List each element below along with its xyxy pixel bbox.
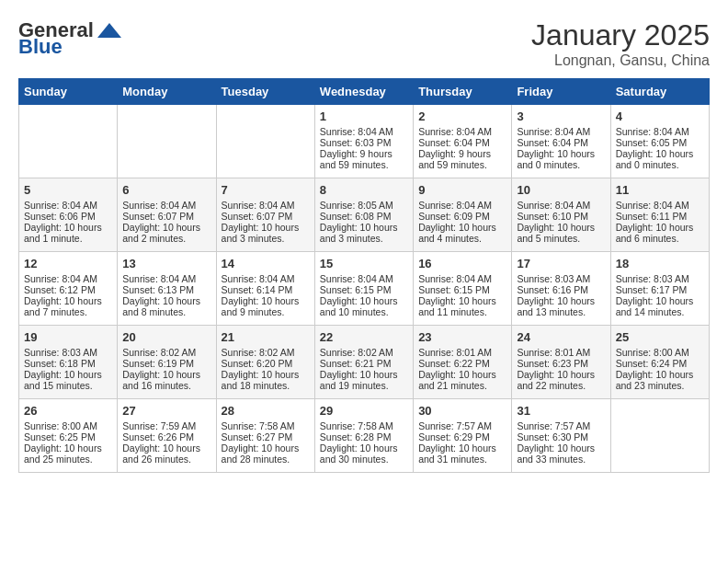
calendar-cell (19, 105, 118, 178)
calendar-cell: 10Sunrise: 8:04 AMSunset: 6:10 PMDayligh… (512, 178, 610, 252)
daylight-text: Daylight: 10 hours and 30 minutes. (320, 442, 408, 465)
daylight-text: Daylight: 10 hours and 11 minutes. (418, 295, 506, 317)
calendar-subtitle: Longnan, Gansu, China (531, 52, 710, 69)
daylight-text: Daylight: 10 hours and 8 minutes. (122, 295, 210, 317)
day-number: 23 (418, 330, 506, 344)
day-number: 26 (24, 404, 112, 418)
calendar-cell: 9Sunrise: 8:04 AMSunset: 6:09 PMDaylight… (414, 178, 512, 252)
calendar-cell: 22Sunrise: 8:02 AMSunset: 6:21 PMDayligh… (314, 326, 413, 399)
daylight-text: Daylight: 10 hours and 21 minutes. (418, 369, 506, 391)
daylight-text: Daylight: 10 hours and 9 minutes. (222, 295, 310, 317)
sunset-text: Sunset: 6:05 PM (616, 137, 704, 148)
day-number: 16 (418, 257, 506, 270)
sunrise-text: Sunrise: 8:04 AM (122, 273, 210, 284)
calendar-cell (216, 105, 314, 178)
sunrise-text: Sunrise: 8:04 AM (418, 273, 506, 284)
calendar-week-row: 5Sunrise: 8:04 AMSunset: 6:06 PMDaylight… (19, 178, 710, 252)
sunrise-text: Sunrise: 8:00 AM (24, 420, 112, 431)
sunrise-text: Sunrise: 8:04 AM (320, 273, 408, 284)
calendar-week-row: 19Sunrise: 8:03 AMSunset: 6:18 PMDayligh… (19, 326, 710, 399)
calendar-week-row: 1Sunrise: 8:04 AMSunset: 6:03 PMDaylight… (19, 105, 710, 178)
calendar-cell: 3Sunrise: 8:04 AMSunset: 6:04 PMDaylight… (512, 105, 610, 178)
sunrise-text: Sunrise: 8:04 AM (24, 273, 112, 284)
day-number: 18 (616, 257, 704, 270)
calendar-cell: 30Sunrise: 7:57 AMSunset: 6:29 PMDayligh… (414, 399, 512, 473)
daylight-text: Daylight: 10 hours and 26 minutes. (122, 442, 210, 465)
day-number: 14 (222, 257, 310, 270)
day-number: 5 (24, 183, 112, 197)
calendar-cell: 14Sunrise: 8:04 AMSunset: 6:14 PMDayligh… (216, 252, 314, 326)
day-number: 2 (418, 109, 506, 123)
weekday-header-friday: Friday (512, 79, 610, 105)
sunset-text: Sunset: 6:17 PM (616, 284, 704, 295)
logo-icon (96, 21, 123, 40)
day-number: 30 (418, 404, 506, 418)
sunset-text: Sunset: 6:11 PM (616, 211, 704, 222)
day-number: 9 (418, 183, 506, 197)
calendar-cell: 27Sunrise: 7:59 AMSunset: 6:26 PMDayligh… (118, 399, 216, 473)
sunset-text: Sunset: 6:30 PM (517, 431, 605, 442)
day-number: 28 (222, 404, 310, 418)
sunset-text: Sunset: 6:04 PM (517, 137, 605, 148)
logo-area: General Blue (18, 18, 123, 59)
sunrise-text: Sunrise: 8:04 AM (222, 200, 310, 211)
sunrise-text: Sunrise: 8:02 AM (222, 347, 310, 358)
day-number: 3 (517, 109, 605, 123)
day-number: 29 (320, 404, 408, 418)
day-number: 31 (517, 404, 605, 418)
weekday-header-sunday: Sunday (19, 79, 118, 105)
daylight-text: Daylight: 10 hours and 10 minutes. (320, 295, 408, 317)
day-number: 8 (320, 183, 408, 197)
sunrise-text: Sunrise: 7:57 AM (418, 420, 506, 431)
sunrise-text: Sunrise: 8:05 AM (320, 200, 408, 211)
calendar-cell: 25Sunrise: 8:00 AMSunset: 6:24 PMDayligh… (610, 326, 709, 399)
sunset-text: Sunset: 6:25 PM (24, 431, 112, 442)
daylight-text: Daylight: 10 hours and 16 minutes. (122, 369, 210, 391)
sunset-text: Sunset: 6:28 PM (320, 431, 408, 442)
daylight-text: Daylight: 10 hours and 15 minutes. (24, 369, 112, 391)
daylight-text: Daylight: 10 hours and 23 minutes. (616, 369, 704, 391)
calendar-cell: 7Sunrise: 8:04 AMSunset: 6:07 PMDaylight… (216, 178, 314, 252)
day-number: 12 (24, 257, 112, 270)
daylight-text: Daylight: 10 hours and 2 minutes. (122, 222, 210, 244)
day-number: 11 (616, 183, 704, 197)
daylight-text: Daylight: 9 hours and 59 minutes. (418, 148, 506, 170)
sunset-text: Sunset: 6:22 PM (418, 358, 506, 369)
sunrise-text: Sunrise: 7:59 AM (122, 420, 210, 431)
daylight-text: Daylight: 10 hours and 3 minutes. (320, 222, 408, 244)
calendar-week-row: 26Sunrise: 8:00 AMSunset: 6:25 PMDayligh… (19, 399, 710, 473)
logo-blue-text: Blue (18, 35, 63, 59)
calendar-cell (118, 105, 216, 178)
day-number: 15 (320, 257, 408, 270)
sunset-text: Sunset: 6:03 PM (320, 137, 408, 148)
daylight-text: Daylight: 10 hours and 19 minutes. (320, 369, 408, 391)
sunrise-text: Sunrise: 8:04 AM (616, 126, 704, 137)
calendar-cell: 4Sunrise: 8:04 AMSunset: 6:05 PMDaylight… (610, 105, 709, 178)
daylight-text: Daylight: 10 hours and 1 minute. (24, 222, 112, 244)
sunset-text: Sunset: 6:18 PM (24, 358, 112, 369)
calendar-cell: 12Sunrise: 8:04 AMSunset: 6:12 PMDayligh… (19, 252, 118, 326)
sunset-text: Sunset: 6:21 PM (320, 358, 408, 369)
daylight-text: Daylight: 10 hours and 0 minutes. (616, 148, 704, 170)
weekday-header-thursday: Thursday (414, 79, 512, 105)
day-number: 25 (616, 330, 704, 344)
day-number: 22 (320, 330, 408, 344)
sunset-text: Sunset: 6:04 PM (418, 137, 506, 148)
sunrise-text: Sunrise: 8:04 AM (517, 200, 605, 211)
calendar-cell: 8Sunrise: 8:05 AMSunset: 6:08 PMDaylight… (314, 178, 413, 252)
calendar-cell: 13Sunrise: 8:04 AMSunset: 6:13 PMDayligh… (118, 252, 216, 326)
day-number: 6 (122, 183, 210, 197)
sunrise-text: Sunrise: 8:00 AM (616, 347, 704, 358)
day-number: 20 (122, 330, 210, 344)
sunrise-text: Sunrise: 7:58 AM (320, 420, 408, 431)
sunset-text: Sunset: 6:08 PM (320, 211, 408, 222)
svg-marker-0 (97, 23, 121, 38)
day-number: 1 (320, 109, 408, 123)
day-number: 10 (517, 183, 605, 197)
sunrise-text: Sunrise: 8:04 AM (418, 200, 506, 211)
daylight-text: Daylight: 10 hours and 33 minutes. (517, 442, 605, 465)
calendar-cell (610, 399, 709, 473)
daylight-text: Daylight: 10 hours and 22 minutes. (517, 369, 605, 391)
calendar-cell: 1Sunrise: 8:04 AMSunset: 6:03 PMDaylight… (314, 105, 413, 178)
daylight-text: Daylight: 10 hours and 6 minutes. (616, 222, 704, 244)
